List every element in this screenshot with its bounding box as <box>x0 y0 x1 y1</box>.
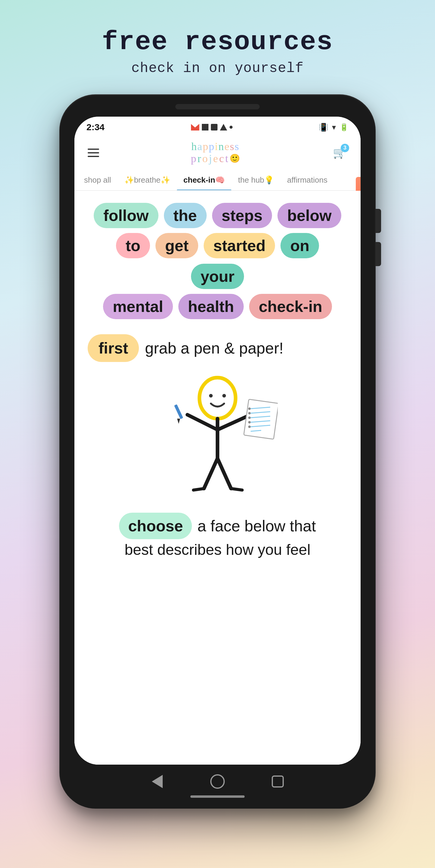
vibrate-icon: 📳 <box>319 123 328 132</box>
chip-first: first <box>88 334 139 362</box>
logo-smiley: 🙂 <box>230 154 240 163</box>
menu-button[interactable] <box>88 149 99 157</box>
svg-marker-6 <box>177 418 180 424</box>
chip-choose: choose <box>119 513 192 539</box>
chip-checkin: check-in <box>249 294 332 319</box>
phone-bottom <box>127 772 308 798</box>
chip-steps: steps <box>212 203 272 228</box>
chip-to: to <box>116 233 150 258</box>
back-arrow-icon <box>152 775 163 788</box>
bottom-text-rest: a face below that <box>197 517 316 535</box>
tab-shop-all[interactable]: shop all <box>77 170 118 190</box>
svg-rect-5 <box>174 404 183 419</box>
chip-below: below <box>277 203 341 228</box>
svg-line-23 <box>231 489 242 490</box>
chip-follow: follow <box>94 203 158 228</box>
svg-point-19 <box>248 426 250 428</box>
app-header: happiness project 🙂 🛒 3 <box>74 135 361 170</box>
svg-line-21 <box>193 489 204 490</box>
svg-point-1 <box>209 394 213 398</box>
svg-point-17 <box>248 416 250 419</box>
chip-started: started <box>204 233 275 258</box>
chip-the: the <box>164 203 207 228</box>
first-text: grab a pen & paper! <box>145 339 283 357</box>
hero-chips-section: follow the steps below to get started on… <box>88 203 347 319</box>
bottom-row-1: choose a face below that <box>119 513 316 539</box>
app-content: follow the steps below to get started on… <box>74 191 361 765</box>
recents-square-icon <box>272 775 284 787</box>
status-left-icons <box>191 124 233 130</box>
status-time: 2:34 <box>87 122 104 132</box>
logo-line1: happiness <box>191 141 239 153</box>
home-button[interactable] <box>208 772 227 790</box>
svg-point-0 <box>199 378 236 418</box>
chips-row-3: mental health check-in <box>88 294 347 319</box>
home-circle-icon <box>210 774 225 789</box>
nav-tabs: shop all ✨breathe✨ check-in🧠 the hub💡 af… <box>74 170 361 191</box>
chips-row-2: to get started on your <box>88 233 347 289</box>
bottom-text-line2: best describes how you feel <box>125 541 310 558</box>
svg-point-15 <box>248 407 250 410</box>
tab-breathe[interactable]: ✨breathe✨ <box>118 170 177 190</box>
tab-the-hub[interactable]: the hub💡 <box>231 170 280 190</box>
gmail-icon <box>191 124 199 130</box>
square-icon-1 <box>202 124 208 130</box>
svg-point-2 <box>222 394 226 398</box>
chip-health: health <box>178 294 244 319</box>
phone-screen: 2:34 📳 ▾ 🔋 happin <box>74 117 361 765</box>
phone-volume-down[interactable] <box>376 242 381 266</box>
recents-button[interactable] <box>269 772 287 790</box>
svg-rect-8 <box>244 399 278 439</box>
home-indicator <box>190 795 245 798</box>
stick-figure-container <box>88 374 347 501</box>
phone-nav-bar <box>127 772 308 790</box>
svg-point-16 <box>248 412 250 414</box>
logo-line2: project 🙂 <box>191 153 240 165</box>
square-icon-2 <box>211 124 218 130</box>
chips-row-1: follow the steps below <box>88 203 347 228</box>
first-section: first grab a pen & paper! <box>88 334 347 362</box>
svg-line-22 <box>218 458 231 489</box>
phone-speaker <box>175 104 260 110</box>
tab-affirmations[interactable]: affirmations <box>280 170 334 190</box>
chip-mental: mental <box>103 294 173 319</box>
hamburger-line-2 <box>88 152 99 153</box>
back-button[interactable] <box>148 772 166 790</box>
phone-device: 2:34 📳 ▾ 🔋 happin <box>59 94 376 809</box>
status-right-icons: 📳 ▾ 🔋 <box>319 123 348 132</box>
dot-icon <box>230 126 233 129</box>
stick-figure-illustration <box>157 374 278 501</box>
cart-badge: 3 <box>341 144 349 152</box>
bottom-text-section: choose a face below that best describes … <box>88 513 347 558</box>
status-bar: 2:34 📳 ▾ 🔋 <box>74 117 361 135</box>
page-subtitle: check in on yourself <box>102 61 333 76</box>
hamburger-line-1 <box>88 149 99 150</box>
battery-icon: 🔋 <box>339 123 348 131</box>
phone-volume-up[interactable] <box>376 209 381 233</box>
tab-check-in[interactable]: check-in🧠 <box>177 170 232 190</box>
chip-on: on <box>280 233 319 258</box>
hamburger-line-3 <box>88 156 99 157</box>
page-header: free resources check in on yourself <box>102 27 333 76</box>
triangle-icon <box>220 124 227 130</box>
svg-point-18 <box>248 421 250 424</box>
cart-button[interactable]: 🛒 3 <box>332 145 347 161</box>
chip-get: get <box>156 233 198 258</box>
wifi-icon: ▾ <box>332 123 336 132</box>
page-title: free resources <box>102 27 333 57</box>
app-logo: happiness project 🙂 <box>191 141 240 164</box>
svg-line-20 <box>204 458 218 489</box>
chip-your: your <box>191 264 244 289</box>
